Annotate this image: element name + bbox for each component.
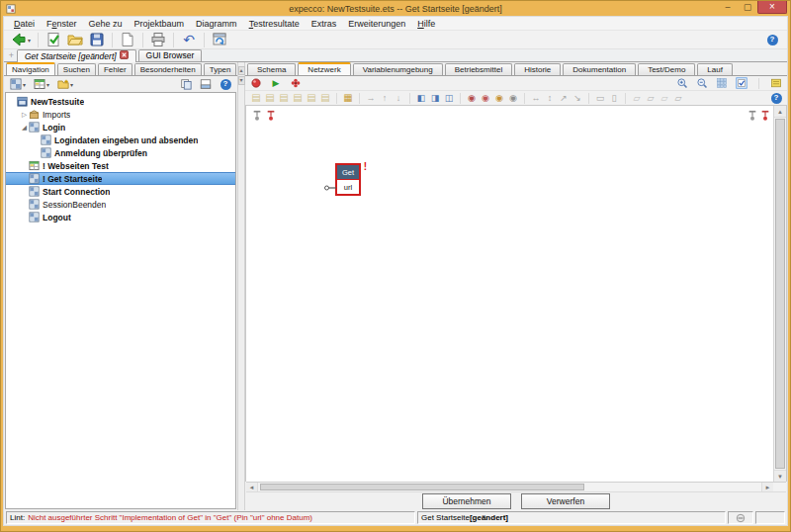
check-page-button[interactable]: [43, 31, 64, 48]
link-4-button[interactable]: ↘: [571, 92, 584, 105]
tree-item-logout[interactable]: Logout: [6, 211, 235, 223]
print-button[interactable]: [147, 31, 169, 48]
tree-item-newtestsuite[interactable]: NewTestsuite: [6, 95, 235, 108]
menu-extras[interactable]: Extras: [306, 19, 343, 29]
menu-datei[interactable]: Datei: [8, 19, 41, 29]
right-tab-test-demo[interactable]: Test/Demo: [638, 63, 695, 75]
splitter-up-arrow-icon[interactable]: ▴: [238, 66, 245, 75]
splitter-down-arrow-icon[interactable]: ▾: [238, 76, 245, 85]
right-tab-betriebsmittel[interactable]: Betriebsmittel: [445, 63, 512, 75]
copy-button[interactable]: [177, 77, 195, 91]
link-3-button[interactable]: ↗: [557, 92, 571, 105]
tree-item-login[interactable]: ◢Login: [6, 121, 235, 133]
menu-diagramm[interactable]: Diagramm: [190, 19, 243, 29]
menu-testresultate[interactable]: Testresultate: [243, 19, 306, 29]
link-2-button[interactable]: ↕: [543, 92, 557, 105]
left-tab-suchen[interactable]: Suchen: [57, 63, 96, 75]
tree-item-imports[interactable]: ▷Imports: [6, 108, 235, 121]
pin-left-button[interactable]: ◧: [414, 92, 428, 105]
help-button[interactable]: ?: [761, 31, 783, 48]
conn-3-button[interactable]: ◉: [492, 92, 506, 105]
arrow-down-button[interactable]: ↓: [392, 92, 405, 105]
tree-item-logindaten-eingeben-und-absenden[interactable]: Logindaten eingeben und absenden: [6, 133, 235, 146]
block-6-button[interactable]: ▤: [318, 92, 332, 105]
tree-expander-icon[interactable]: ▷: [20, 111, 29, 119]
block-5-button[interactable]: ▤: [305, 92, 318, 105]
diagram-node-get[interactable]: Get url !: [335, 163, 361, 196]
menu-fenster[interactable]: Fenster: [41, 19, 83, 29]
link-1-button[interactable]: ↔: [529, 92, 543, 105]
menu-gehe-zu[interactable]: Gehe zu: [83, 19, 129, 29]
canvas-input-pin-icon[interactable]: [252, 108, 262, 121]
pin-mid-button[interactable]: ◨: [428, 92, 442, 105]
conn-2-button[interactable]: ◉: [479, 92, 492, 105]
block-4-button[interactable]: ▤: [291, 92, 305, 105]
add-folder-menu-button[interactable]: ▾: [54, 77, 76, 91]
tab-bar-corner-icon[interactable]: +: [6, 50, 17, 61]
back-button[interactable]: ▾: [8, 31, 34, 48]
discard-button[interactable]: Verwerfen: [521, 493, 610, 509]
right-tab-dokumentation[interactable]: Dokumentation: [563, 63, 636, 75]
align-1-button[interactable]: ▭: [593, 92, 607, 105]
open-folder-button[interactable]: [64, 31, 86, 48]
scroll-left-arrow-icon[interactable]: ◄: [246, 483, 258, 491]
tree-item-start-connection[interactable]: Start Connection: [6, 185, 235, 198]
scroll-down-arrow-icon[interactable]: ▼: [774, 470, 786, 482]
horizontal-scrollbar-thumb[interactable]: [260, 484, 584, 490]
undo-button[interactable]: ↶: [178, 31, 200, 48]
right-tab-netzwerk[interactable]: Netzwerk: [298, 62, 350, 76]
panel-splitter[interactable]: ▴ ▾: [237, 62, 245, 510]
align-2-button[interactable]: ▯: [607, 92, 621, 105]
left-tab-navigation[interactable]: Navigation: [6, 62, 55, 76]
scroll-right-arrow-icon[interactable]: ►: [761, 483, 773, 491]
conn-4-button[interactable]: ◉: [506, 92, 520, 105]
route-4-button[interactable]: ▱: [671, 92, 685, 105]
menu-projektbaum[interactable]: Projektbaum: [129, 19, 191, 29]
route-2-button[interactable]: ▱: [644, 92, 658, 105]
doc-tab-get-startseite-ge-ndert[interactable]: Get Startseite [geändert]: [17, 49, 136, 62]
save-button[interactable]: [86, 31, 108, 48]
help-button[interactable]: ?: [769, 92, 783, 105]
arrow-up-button[interactable]: ↑: [378, 92, 392, 105]
left-tab-fehler[interactable]: Fehler: [98, 63, 132, 75]
canvas-output-pin-icon[interactable]: [266, 108, 276, 121]
add-action-menu-button[interactable]: ▾: [7, 77, 29, 91]
block-1-button[interactable]: ▤: [249, 92, 263, 105]
zoom-out-button[interactable]: [695, 77, 709, 90]
vertical-scrollbar-thumb[interactable]: [775, 119, 785, 469]
horizontal-scrollbar[interactable]: ◄ ►: [246, 482, 786, 492]
network-diagram-canvas[interactable]: Get url ! ▲ ▼: [245, 106, 787, 482]
conn-1-button[interactable]: ◉: [465, 92, 479, 105]
right-tab-lauf[interactable]: Lauf: [697, 63, 733, 75]
maximize-button[interactable]: ▢: [738, 1, 757, 14]
tree-expander-icon[interactable]: ◢: [20, 124, 29, 132]
pin-right-button[interactable]: ◫: [442, 92, 456, 105]
debug-button[interactable]: [289, 77, 303, 90]
route-3-button[interactable]: ▱: [658, 92, 671, 105]
canvas-input-pin-icon-right[interactable]: [747, 108, 757, 121]
right-tab-schema[interactable]: Schema: [247, 63, 296, 75]
menu-hilfe[interactable]: Hilfe: [411, 19, 441, 29]
scroll-up-arrow-icon[interactable]: ▲: [774, 106, 786, 118]
grid-button[interactable]: [715, 77, 729, 90]
tree-item-anmeldung-berpr-fen[interactable]: Anmeldung überprüfen: [6, 146, 235, 159]
window-tool-button[interactable]: [209, 31, 230, 48]
zoom-in-button[interactable]: [675, 77, 689, 90]
note-button[interactable]: [769, 77, 783, 90]
block-2-button[interactable]: ▤: [263, 92, 277, 105]
doc-tab-gui-browser[interactable]: GUI Browser: [138, 49, 203, 61]
help-button[interactable]: ?: [217, 77, 234, 91]
route-1-button[interactable]: ▱: [630, 92, 644, 105]
block-3-button[interactable]: ▤: [277, 92, 291, 105]
pin-connector-icon[interactable]: [324, 185, 336, 191]
vertical-scrollbar[interactable]: ▲ ▼: [773, 106, 786, 482]
tab-close-button[interactable]: [120, 50, 129, 62]
right-tab-variablenumgebung[interactable]: Variablenumgebung: [353, 63, 443, 75]
menu-erweiterungen[interactable]: Erweiterungen: [342, 19, 411, 29]
split-button[interactable]: [197, 77, 215, 91]
check-on-button[interactable]: [735, 77, 748, 90]
arrow-right-button[interactable]: →: [364, 92, 378, 105]
tree-item-webseiten-test[interactable]: ! Webseiten Test: [6, 159, 235, 172]
apply-button[interactable]: Übernehmen: [422, 493, 511, 509]
tree-item-sessionbeenden[interactable]: SessionBeenden: [6, 198, 235, 211]
